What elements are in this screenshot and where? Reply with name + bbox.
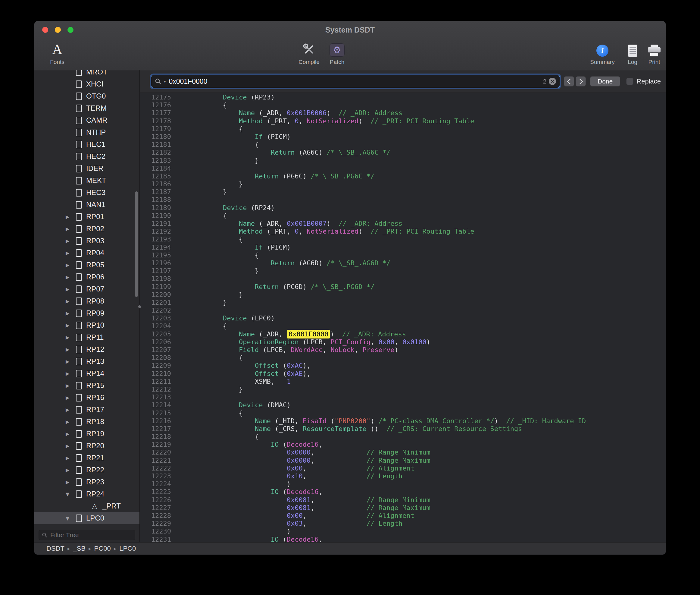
tree-item-rp20[interactable]: ▶RP20 — [34, 440, 140, 452]
tree-item-rp06[interactable]: ▶RP06 — [34, 271, 140, 283]
code-line: 12206 OperationRegion (LPCB, PCI_Config,… — [140, 338, 666, 346]
code-line: 12191 Name (_ADR, 0x001B0007) // _ADR: A… — [140, 220, 666, 228]
tree-item-camr[interactable]: CAMR — [34, 114, 140, 126]
disclosure-triangle-icon[interactable]: ▶ — [66, 299, 76, 304]
tree-item-rp07[interactable]: ▶RP07 — [34, 283, 140, 295]
find-bar: ▾ 2 ✕ Done Replace — [140, 70, 666, 93]
tree-item-rp08[interactable]: ▶RP08 — [34, 295, 140, 307]
disclosure-triangle-icon[interactable]: ▶ — [66, 335, 76, 340]
document-icon — [76, 466, 82, 474]
clear-search-icon[interactable]: ✕ — [549, 78, 556, 85]
pane-splitter-handle[interactable] — [138, 305, 141, 308]
disclosure-triangle-icon[interactable]: ▶ — [66, 214, 76, 220]
disclosure-triangle-icon[interactable]: ▼ — [66, 491, 76, 497]
disclosure-triangle-icon[interactable]: ▶ — [66, 431, 76, 437]
done-button[interactable]: Done — [590, 76, 620, 86]
filter-tree-input[interactable] — [50, 531, 132, 539]
line-number: 12214 — [140, 401, 171, 409]
disclosure-triangle-icon[interactable]: ▶ — [66, 262, 76, 268]
tree-item-hec2[interactable]: HEC2 — [34, 150, 140, 163]
disclosure-triangle-icon[interactable]: ▶ — [66, 383, 76, 389]
tree-item-rp11[interactable]: ▶RP11 — [34, 331, 140, 343]
tree-item-mrot[interactable]: MROT — [34, 70, 140, 78]
tree-item-rp23[interactable]: ▶RP23 — [34, 476, 140, 488]
fonts-button[interactable]: A Fonts — [45, 40, 69, 65]
tree-item-nan1[interactable]: NAN1 — [34, 199, 140, 211]
tree-item-rp24[interactable]: ▼RP24 — [34, 488, 140, 500]
tree-item-rp17[interactable]: ▶RP17 — [34, 404, 140, 416]
breadcrumb-item[interactable]: DSDT — [47, 545, 64, 552]
titlebar[interactable]: System DSDT — [34, 21, 666, 38]
tree-item-term[interactable]: TERM — [34, 102, 140, 114]
line-number: 12175 — [140, 93, 171, 101]
disclosure-triangle-icon[interactable]: ▶ — [66, 347, 76, 352]
code-line: 12228 0x00, // Alignment — [140, 512, 666, 520]
tree-item-rp21[interactable]: ▶RP21 — [34, 452, 140, 464]
disclosure-triangle-icon[interactable]: ▶ — [66, 250, 76, 256]
breadcrumb-item[interactable]: _SB — [73, 545, 86, 552]
line-number: 12199 — [140, 283, 171, 291]
code-editor[interactable]: 12175 Device (RP23)12176 {12177 Name (_A… — [140, 93, 666, 543]
tree-item-otg0[interactable]: OTG0 — [34, 90, 140, 102]
previous-match-button[interactable] — [564, 76, 574, 86]
tree-item-rp18[interactable]: ▶RP18 — [34, 416, 140, 428]
tree-item-xhci[interactable]: XHCI — [34, 78, 140, 90]
tree-item-rp03[interactable]: ▶RP03 — [34, 235, 140, 247]
search-scope-chevron-icon[interactable]: ▾ — [164, 79, 166, 84]
disclosure-triangle-icon[interactable]: ▶ — [66, 467, 76, 473]
disclosure-triangle-icon[interactable]: ▶ — [66, 286, 76, 292]
line-number: 12228 — [140, 512, 171, 520]
tree-item-rp10[interactable]: ▶RP10 — [34, 319, 140, 331]
tree-item-nthp[interactable]: NTHP — [34, 126, 140, 138]
tree-item-hec1[interactable]: HEC1 — [34, 138, 140, 150]
disclosure-triangle-icon[interactable]: ▶ — [66, 443, 76, 449]
tree-item-rp19[interactable]: ▶RP19 — [34, 428, 140, 440]
tree-item-rp01[interactable]: ▶RP01 — [34, 211, 140, 223]
disclosure-triangle-icon[interactable]: ▶ — [66, 226, 76, 232]
tree-item-rp22[interactable]: ▶RP22 — [34, 464, 140, 476]
disclosure-triangle-icon[interactable]: ▶ — [66, 371, 76, 376]
tree-item-rp12[interactable]: ▶RP12 — [34, 343, 140, 356]
tree-item-label: RP04 — [86, 249, 104, 257]
breadcrumb-item[interactable]: PC00 — [94, 545, 111, 552]
tree-item-mekt[interactable]: MEKT — [34, 174, 140, 187]
disclosure-triangle-icon[interactable]: ▶ — [66, 274, 76, 280]
tree-item-ider[interactable]: IDER — [34, 163, 140, 174]
tree-item-_prt[interactable]: △_PRT — [34, 500, 140, 512]
replace-checkbox[interactable] — [626, 78, 633, 85]
tree-item-rp09[interactable]: ▶RP09 — [34, 307, 140, 319]
tree-item-rp14[interactable]: ▶RP14 — [34, 367, 140, 379]
tree-item-rp04[interactable]: ▶RP04 — [34, 247, 140, 259]
compile-button[interactable]: Compile — [294, 40, 324, 65]
disclosure-triangle-icon[interactable]: ▼ — [66, 515, 76, 521]
disclosure-triangle-icon[interactable]: ▶ — [66, 359, 76, 364]
log-button[interactable]: Log — [622, 40, 643, 65]
print-button[interactable]: Print — [643, 40, 666, 65]
search-icon[interactable] — [155, 78, 161, 85]
sidebar-scrollbar[interactable] — [135, 191, 138, 297]
code-line: 12185 Return (PG6C) /* \_SB_.PG6C */ — [140, 172, 666, 180]
summary-button[interactable]: i Summary — [590, 40, 614, 65]
disclosure-triangle-icon[interactable]: ▶ — [66, 238, 76, 244]
tree-item-rp13[interactable]: ▶RP13 — [34, 356, 140, 367]
disclosure-triangle-icon[interactable]: ▶ — [66, 395, 76, 401]
tree-item-label: RP14 — [86, 369, 104, 378]
tree-item-rp16[interactable]: ▶RP16 — [34, 392, 140, 404]
tree-item-rp05[interactable]: ▶RP05 — [34, 259, 140, 271]
line-number: 12212 — [140, 386, 171, 393]
disclosure-triangle-icon[interactable]: ▶ — [66, 419, 76, 425]
tree-item-hec3[interactable]: HEC3 — [34, 187, 140, 199]
disclosure-triangle-icon[interactable]: ▶ — [66, 455, 76, 461]
disclosure-triangle-icon[interactable]: ▶ — [66, 407, 76, 413]
patch-button[interactable]: ⚙ Patch — [325, 40, 349, 65]
disclosure-triangle-icon[interactable]: ▶ — [66, 479, 76, 485]
disclosure-triangle-icon[interactable]: ▶ — [66, 322, 76, 328]
tree-item-rp15[interactable]: ▶RP15 — [34, 379, 140, 392]
breadcrumb-item[interactable]: LPC0 — [119, 545, 136, 552]
tree-item-lpc0[interactable]: ▼LPC0 — [34, 512, 140, 524]
next-match-button[interactable] — [576, 76, 586, 86]
tree-item-rp02[interactable]: ▶RP02 — [34, 223, 140, 235]
line-number: 12186 — [140, 180, 171, 188]
search-input[interactable] — [169, 77, 541, 86]
disclosure-triangle-icon[interactable]: ▶ — [66, 310, 76, 316]
